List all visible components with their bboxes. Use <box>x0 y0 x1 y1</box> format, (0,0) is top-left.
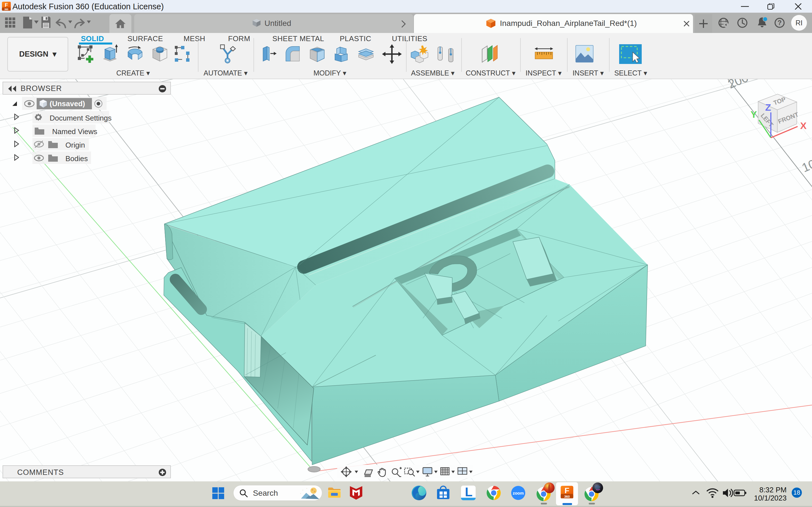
svg-text:F: F <box>565 486 569 495</box>
svg-text:?: ? <box>777 19 782 26</box>
svg-text:Y: Y <box>751 109 757 120</box>
svg-text:X: X <box>800 120 807 131</box>
svg-text:F: F <box>5 2 8 8</box>
svg-text:360: 360 <box>564 495 570 499</box>
svg-text:360: 360 <box>4 8 8 11</box>
svg-text:zoom: zoom <box>513 491 523 496</box>
svg-text:Z: Z <box>765 102 771 113</box>
